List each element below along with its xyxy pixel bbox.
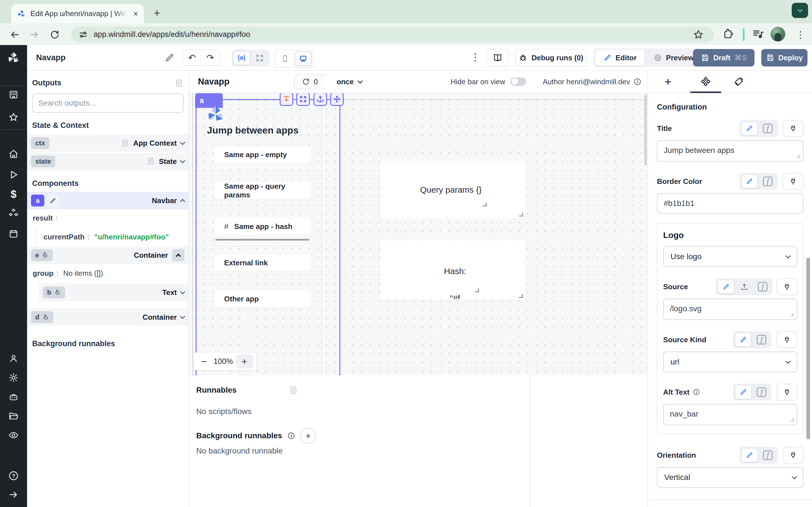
windmill-logo[interactable] (7, 51, 20, 65)
insert-component-tab[interactable]: + (658, 75, 678, 89)
info-icon[interactable] (287, 432, 295, 440)
sidebar-item-resources[interactable] (8, 208, 18, 218)
resize-corner[interactable] (519, 213, 523, 217)
address-bar[interactable]: app.windmill.dev/apps/edit/u/henri/navap… (71, 26, 714, 43)
sidebar-item-apps[interactable] (8, 90, 18, 100)
resize-corner[interactable] (475, 288, 479, 292)
fx-mode-button[interactable]: f (759, 448, 776, 462)
new-tab-button[interactable]: + (154, 7, 160, 18)
sidebar-item-settings[interactable] (8, 373, 18, 383)
anchor-handle[interactable] (313, 93, 327, 106)
fullwidth-layout-button[interactable] (251, 51, 268, 65)
info-icon[interactable] (633, 78, 642, 86)
nav-item-same-app-empty[interactable]: Same app - empty (214, 147, 311, 163)
debug-runs-button[interactable]: Debug runs (0) (515, 49, 587, 66)
search-outputs-input[interactable] (32, 94, 184, 113)
bookmark-star-icon[interactable] (693, 29, 704, 40)
edit-title-icon[interactable] (165, 53, 174, 62)
mobile-view-button[interactable] (276, 52, 294, 66)
redo-button[interactable]: ↷ (201, 50, 219, 65)
component-row-container-e[interactable]: e Container (27, 246, 188, 264)
connect-button[interactable] (783, 447, 804, 464)
static-mode-button[interactable] (718, 280, 734, 294)
json-doc-icon[interactable] (121, 139, 129, 147)
draft-button[interactable]: Draft ⌘S (693, 49, 755, 66)
chevron-up-icon[interactable] (180, 199, 185, 204)
chevron-down-icon[interactable] (180, 140, 185, 145)
logo-mode-select[interactable]: Use logo (663, 246, 797, 267)
sidebar-item-variables[interactable]: $ (10, 188, 16, 200)
canvas-scrollbar[interactable] (644, 95, 647, 165)
expand-handle[interactable] (296, 93, 310, 106)
state-row[interactable]: state State (27, 153, 188, 170)
connect-button[interactable] (783, 173, 804, 190)
chevron-down-icon[interactable] (180, 314, 185, 319)
sidebar-item-audit-logs[interactable] (8, 430, 18, 440)
pencil-icon[interactable] (47, 194, 59, 207)
query-params-text[interactable]: Query params {} (414, 181, 487, 207)
static-mode-button[interactable] (735, 385, 752, 399)
sidebar-item-users[interactable] (8, 353, 18, 363)
resize-corner[interactable] (483, 203, 487, 207)
ctx-row[interactable]: ctx App Context (27, 134, 188, 152)
more-options-icon[interactable]: ⋮ (470, 51, 480, 63)
extensions-icon[interactable] (722, 28, 734, 40)
refresh-counter[interactable]: 0 (294, 74, 325, 89)
browser-tab[interactable]: Edit App u/henri/navapp | Win × (11, 4, 144, 23)
app-canvas[interactable]: a Jump between apps Same app - empty Sa (189, 93, 647, 376)
source-kind-select[interactable]: url (663, 351, 797, 372)
editor-tab[interactable]: Editor (595, 50, 645, 66)
alt-text-input[interactable]: nav_bar (663, 404, 797, 425)
component-row-text-b[interactable]: b Text (39, 284, 188, 301)
fx-mode-button[interactable]: f (759, 174, 776, 188)
nav-item-external-link[interactable]: External link (214, 255, 311, 271)
docs-button[interactable] (487, 49, 509, 66)
hash-text-box[interactable]: Hash: "#f (430, 259, 479, 299)
deploy-button[interactable]: Deploy (761, 49, 808, 66)
site-settings-icon[interactable] (79, 30, 88, 40)
sidebar-item-schedules[interactable] (8, 229, 18, 239)
move-handle[interactable] (330, 93, 344, 106)
nav-item-other-app[interactable]: Other app (214, 291, 311, 307)
help-icon[interactable]: ? (8, 470, 19, 481)
tab-search-button[interactable] (792, 3, 808, 18)
settings-scrollbar[interactable] (806, 258, 810, 439)
resize-grip-icon[interactable] (790, 418, 795, 422)
component-settings-tab[interactable] (690, 75, 721, 89)
connect-button[interactable] (776, 278, 797, 295)
fx-mode-button[interactable]: f (753, 385, 770, 399)
forward-icon[interactable] (28, 29, 41, 41)
reload-icon[interactable] (49, 29, 61, 41)
currentpath-line[interactable]: currentPath: "u/henri/navapp#foo" (36, 228, 188, 243)
sidebar-item-home[interactable] (8, 149, 18, 159)
static-mode-button[interactable] (741, 121, 758, 135)
fx-mode-button[interactable]: f (754, 280, 771, 294)
sidebar-item-workers[interactable] (8, 392, 18, 402)
nav-item-query-params[interactable]: Same app - query params (214, 182, 311, 199)
orientation-select[interactable]: Vertical (657, 467, 804, 488)
resize-grip-icon[interactable] (796, 154, 801, 159)
zoom-out-button[interactable]: − (197, 356, 211, 367)
static-mode-button[interactable] (741, 174, 758, 188)
chevron-down-icon[interactable] (180, 289, 185, 294)
connect-button[interactable] (776, 331, 797, 348)
component-row-navbar[interactable]: a Navbar (27, 192, 188, 209)
chevron-down-icon[interactable] (180, 158, 185, 163)
component-row-container-d[interactable]: d Container (27, 308, 188, 326)
sidebar-item-runs[interactable] (8, 170, 18, 180)
connect-button[interactable] (776, 384, 797, 400)
json-doc-icon[interactable] (147, 158, 155, 165)
back-icon[interactable] (8, 29, 21, 41)
centered-layout-button[interactable] (233, 51, 250, 65)
connect-button[interactable] (783, 120, 804, 137)
hide-bar-toggle[interactable] (510, 77, 526, 86)
json-doc-icon[interactable] (289, 386, 298, 394)
upload-mode-button[interactable] (736, 280, 753, 294)
expand-rail-icon[interactable] (8, 490, 18, 500)
info-icon[interactable] (693, 388, 700, 396)
title-input[interactable]: Jump between apps (657, 140, 804, 162)
border-color-input[interactable]: #b1b1b1 (657, 193, 804, 214)
undo-button[interactable]: ↶ (183, 50, 201, 65)
static-mode-button[interactable] (735, 333, 752, 347)
resize-grip-icon[interactable] (790, 313, 795, 317)
